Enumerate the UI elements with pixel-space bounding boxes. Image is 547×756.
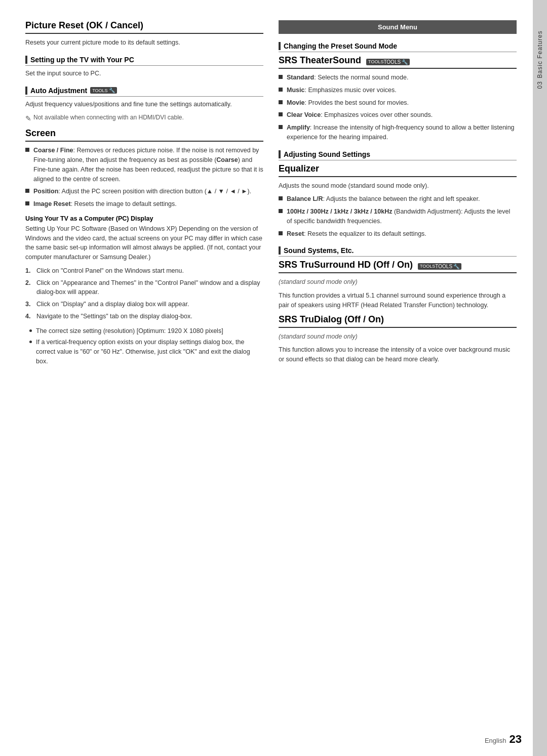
theater-bullet-3: Movie: Provides the best sound for movie…	[279, 98, 517, 108]
adj-sound-bar	[279, 150, 281, 158]
pc-display-desc: Setting Up Your PC Software (Based on Wi…	[25, 224, 263, 262]
tv-pc-section: Setting up the TV with Your PC Set the i…	[25, 56, 263, 78]
srs-trusurround-section: SRS TruSurround HD (Off / On) TOOLS🔧 (st…	[279, 260, 517, 310]
eq-bullet-3: Reset: Resets the equalizer to its defau…	[279, 229, 517, 239]
picture-reset-section: Picture Reset (OK / Cancel) Resets your …	[25, 20, 263, 48]
right-column: Sound Menu Changing the Preset Sound Mod…	[279, 20, 517, 736]
preset-sound-title: Changing the Preset Sound Mode	[279, 42, 517, 52]
trudialog-note: (standard sound mode only)	[279, 332, 517, 342]
screen-bullet-1: Coarse / Fine: Removes or reduces pictur…	[25, 146, 263, 184]
pc-step-4: 4. Navigate to the "Settings" tab on the…	[25, 312, 263, 321]
side-tab-text: Basic Features	[536, 30, 543, 78]
tools-badge-trusurround: TOOLS🔧	[418, 263, 461, 270]
pc-step-2: 2. Click on "Appearance and Themes" in t…	[25, 278, 263, 298]
srs-theater-bullets: Standard: Selects the normal sound mode.…	[279, 73, 517, 142]
theater-sq-3	[279, 100, 283, 104]
note-icon: ✎	[25, 113, 31, 124]
picture-reset-desc: Resets your current picture mode to its …	[25, 38, 263, 48]
main-content: Picture Reset (OK / Cancel) Resets your …	[0, 0, 533, 756]
screen-title: Screen	[25, 128, 263, 142]
theater-sq-1	[279, 75, 283, 79]
srs-theater-section: SRS TheaterSound TOOLS🔧 Standard: Select…	[279, 55, 517, 142]
trusurround-note: (standard sound mode only)	[279, 277, 517, 287]
screen-bullet-list: Coarse / Fine: Removes or reduces pictur…	[25, 146, 263, 209]
eq-sq-2	[279, 209, 283, 213]
equalizer-desc: Adjusts the sound mode (standard sound m…	[279, 181, 517, 191]
left-column: Picture Reset (OK / Cancel) Resets your …	[25, 20, 263, 736]
sound-sys-bar	[279, 246, 281, 255]
srs-trusurround-title: SRS TruSurround HD (Off / On) TOOLS🔧	[279, 260, 517, 273]
screen-bullet-3: Image Reset: Resets the image to default…	[25, 199, 263, 209]
sound-systems-title: Sound Systems, Etc.	[279, 246, 517, 257]
pc-display-numbered-list: 1. Click on "Control Panel" on the Windo…	[25, 266, 263, 321]
preset-bar	[279, 42, 281, 50]
page-container: 03 Basic Features Picture Reset (OK / Ca…	[0, 0, 547, 756]
pc-display-subheading: Using Your TV as a Computer (PC) Display	[25, 215, 263, 222]
eq-sq-1	[279, 196, 283, 200]
bullet-square-1	[25, 148, 29, 152]
eq-bullet-2: 100Hz / 300Hz / 1kHz / 3kHz / 10kHz (Ban…	[279, 207, 517, 226]
pc-dot-list: The correct size setting (resolution) [O…	[25, 326, 263, 366]
pc-dot-1: The correct size setting (resolution) [O…	[25, 326, 263, 336]
screen-section: Screen Coarse / Fine: Removes or reduces…	[25, 128, 263, 366]
page-footer: English 23	[485, 733, 522, 746]
equalizer-title: Equalizer	[279, 163, 517, 177]
picture-reset-title: Picture Reset (OK / Cancel)	[25, 20, 263, 34]
tools-badge-theater: TOOLS🔧	[366, 59, 410, 65]
theater-sq-5	[279, 125, 283, 129]
sound-menu-bar: Sound Menu	[279, 20, 517, 34]
adjusting-sound-title: Adjusting Sound Settings	[279, 150, 517, 160]
language-label: English	[485, 737, 506, 744]
theater-bullet-1: Standard: Selects the normal sound mode.	[279, 73, 517, 82]
preset-sound-section: Changing the Preset Sound Mode	[279, 42, 517, 52]
pc-dot-2: If a vertical-frequency option exists on…	[25, 338, 263, 366]
eq-sq-3	[279, 231, 283, 235]
bullet-square-2	[25, 189, 29, 193]
page-number: 23	[510, 733, 522, 746]
eq-bullet-1: Balance L/R: Adjusts the balance between…	[279, 194, 517, 204]
side-tab-number: 03	[536, 81, 543, 89]
tv-pc-desc: Set the input source to PC.	[25, 69, 263, 78]
pc-step-3: 3. Click on "Display" and a display dial…	[25, 300, 263, 309]
sound-systems-section: Sound Systems, Etc.	[279, 246, 517, 257]
bullet-square-3	[25, 201, 29, 205]
srs-theater-title: SRS TheaterSound TOOLS🔧	[279, 55, 517, 69]
equalizer-bullets: Balance L/R: Adjusts the balance between…	[279, 194, 517, 238]
auto-adj-desc: Adjust frequency values/positions and fi…	[25, 100, 263, 109]
srs-trudialog-section: SRS TruDialog (Off / On) (standard sound…	[279, 314, 517, 364]
srs-trudialog-title: SRS TruDialog (Off / On)	[279, 314, 517, 328]
tools-badge-auto: 🔧	[90, 87, 116, 94]
theater-bullet-5: Amplify: Increase the intensity of high-…	[279, 123, 517, 142]
trudialog-desc: This function allows you to increase the…	[279, 345, 517, 364]
auto-adj-note: ✎ Not available when connecting with an …	[25, 113, 263, 124]
adjusting-sound-section: Adjusting Sound Settings	[279, 150, 517, 160]
tv-pc-title: Setting up the TV with Your PC	[25, 56, 263, 66]
screen-bullet-2: Position: Adjust the PC screen position …	[25, 187, 263, 196]
pc-step-1: 1. Click on "Control Panel" on the Windo…	[25, 266, 263, 276]
tv-pc-bar	[25, 56, 27, 64]
theater-sq-2	[279, 88, 283, 92]
auto-adjustment-section: Auto Adjustment 🔧 Adjust frequency value…	[25, 87, 263, 124]
trusurround-desc: This function provides a virtual 5.1 cha…	[279, 291, 517, 310]
dot-bullet-1	[29, 329, 32, 332]
theater-sq-4	[279, 112, 283, 116]
theater-bullet-2: Music: Emphasizes music over voices.	[279, 86, 517, 95]
auto-adj-bar	[25, 87, 27, 95]
dot-bullet-2	[29, 341, 32, 343]
side-tab-label: 03 Basic Features	[536, 30, 543, 89]
side-tab: 03 Basic Features	[533, 0, 547, 756]
theater-bullet-4: Clear Voice: Emphasizes voices over othe…	[279, 110, 517, 120]
auto-adjustment-title: Auto Adjustment 🔧	[25, 87, 263, 97]
equalizer-section: Equalizer Adjusts the sound mode (standa…	[279, 163, 517, 239]
